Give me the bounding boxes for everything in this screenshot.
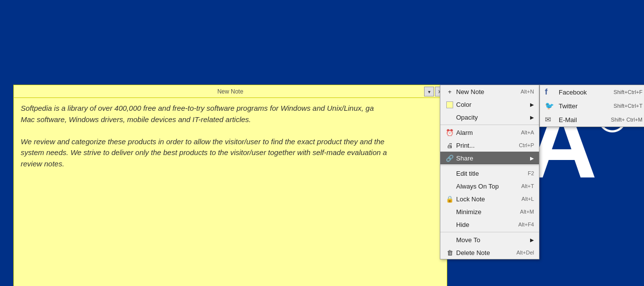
menu-label-print: Print... [456,142,475,149]
email-icon: ✉ [545,115,556,124]
menu-label-always-on-top: Always On Top [456,183,499,190]
note-window: New Note ▾ ✕ Softpedia is a library of o… [13,85,447,286]
opacity-arrow-icon: ▶ [530,115,534,120]
shortcut-always-on-top: Alt+T [521,183,534,189]
menu-label-move-to: Move To [456,236,480,244]
shortcut-edit-title: F2 [528,170,534,176]
shortcut-print: Ctrl+P [519,142,534,148]
submenu-item-email[interactable]: ✉ E-Mail Shift+ Ctrl+M [540,113,644,127]
menu-item-color[interactable]: Color ▶ [440,98,539,111]
delete-icon: 🗑 [445,249,454,256]
menu-item-hide[interactable]: Hide Alt+F4 [440,218,539,231]
submenu-label-twitter: Twitter [559,102,577,110]
separator-3 [440,232,539,232]
shortcut-email: Shift+ Ctrl+M [611,117,643,123]
color-arrow-icon: ▶ [530,102,534,107]
menu-label-alarm: Alarm [456,129,473,136]
menu-item-alarm[interactable]: ⏰ Alarm Alt+A [440,126,539,139]
submenu-item-facebook[interactable]: f Facebook Shift+Ctrl+F [540,85,644,99]
shortcut-minimize: Alt+M [520,209,534,215]
menu-item-minimize[interactable]: Minimize Alt+M [440,205,539,218]
new-note-icon: + [445,88,454,95]
menu-label-color: Color [456,101,471,108]
note-titlebar: New Note ▾ ✕ [14,85,447,98]
shortcut-new-note: Alt+N [521,89,534,95]
move-to-arrow-icon: ▶ [530,237,534,243]
menu-item-new-note[interactable]: + New Note Alt+N [440,85,539,98]
menu-label-delete-note: Delete Note [456,249,490,256]
context-menu: + New Note Alt+N Color ▶ Opacity ▶ ⏰ Ala… [440,85,539,259]
submenu-label-email: E-Mail [559,116,577,124]
menu-label-lock-note: Lock Note [456,195,485,203]
share-submenu: f Facebook Shift+Ctrl+F 🐦 Twitter Shift+… [539,85,644,127]
menu-label-minimize: Minimize [456,208,481,216]
menu-item-print[interactable]: 🖨 Print... Ctrl+P [440,139,539,152]
separator-1 [440,125,539,125]
note-minimize-button[interactable]: ▾ [424,87,434,96]
shortcut-lock-note: Alt+L [522,196,534,202]
print-icon: 🖨 [445,142,454,149]
note-title: New Note [217,88,244,95]
menu-item-always-on-top[interactable]: Always On Top Alt+T [440,180,539,192]
shortcut-alarm: Alt+A [521,129,534,135]
menu-item-move-to[interactable]: Move To ▶ [440,233,539,246]
alarm-icon: ⏰ [445,129,454,136]
share-icon: 🔗 [445,155,454,162]
submenu-label-facebook: Facebook [559,89,587,96]
menu-item-lock-note[interactable]: 🔒 Lock Note Alt+L [440,192,539,205]
menu-label-opacity: Opacity [456,114,478,121]
separator-2 [440,165,539,166]
submenu-item-twitter[interactable]: 🐦 Twitter Shift+Ctrl+T [540,99,644,113]
share-arrow-icon: ▶ [530,156,534,161]
note-content[interactable]: Softpedia is a library of over 400,000 f… [14,98,447,286]
menu-item-share[interactable]: 🔗 Share ▶ [440,152,539,164]
twitter-icon: 🐦 [545,101,556,110]
shortcut-facebook: Shift+Ctrl+F [613,89,643,95]
menu-label-new-note: New Note [456,88,484,95]
menu-item-opacity[interactable]: Opacity ▶ [440,111,539,124]
menu-label-hide: Hide [456,221,469,228]
menu-item-delete-note[interactable]: 🗑 Delete Note Alt+Del [440,246,539,259]
lock-icon: 🔒 [445,195,454,203]
shortcut-hide: Alt+F4 [518,222,534,227]
menu-label-share: Share [456,155,473,162]
menu-label-edit-title: Edit title [456,170,479,177]
shortcut-delete-note: Alt+Del [516,250,534,255]
shortcut-twitter: Shift+Ctrl+T [613,103,643,109]
menu-item-edit-title[interactable]: Edit title F2 [440,167,539,180]
color-icon [445,100,454,108]
facebook-icon: f [545,88,556,96]
